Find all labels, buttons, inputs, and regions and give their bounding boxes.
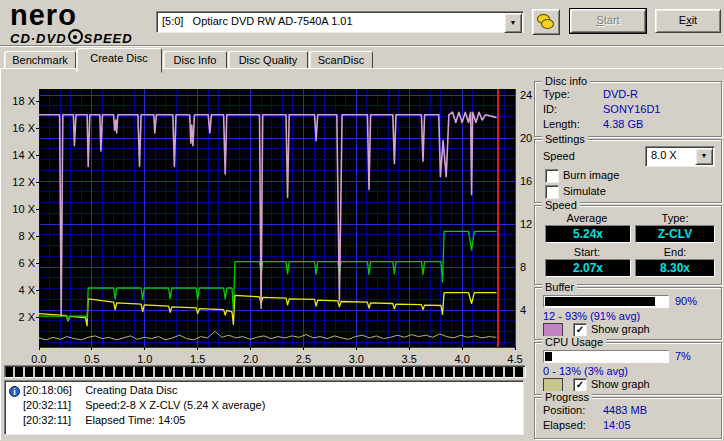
options-button[interactable] [532, 9, 560, 35]
buffer-bar-fill [545, 297, 655, 306]
log-time: [20:32:11] [23, 398, 79, 413]
log-text: Creating Data Disc [85, 384, 177, 396]
average-speed-value: 5.24x [545, 225, 631, 243]
disc-id-value: SONY16D1 [603, 103, 660, 115]
cpu-show-graph-checkbox[interactable]: ✓ [573, 378, 587, 392]
log-time: [20:32:11] [23, 413, 79, 428]
log-time: [20:18:06] [23, 383, 79, 398]
disc-id-label: ID: [543, 103, 557, 115]
speed-setting-label: Speed [543, 150, 575, 162]
speed-chart: 18 X16 X14 X12 X10 X8 X6 X4 X2 X24201612… [1, 71, 535, 367]
start-speed-value: 2.07x [545, 259, 631, 277]
svg-text:24: 24 [520, 89, 532, 101]
progress-group: Progress Position: 4483 MB Elapsed: 14:0… [534, 397, 722, 439]
start-button[interactable]: Start [570, 9, 646, 33]
svg-text:4.5: 4.5 [507, 353, 522, 365]
write-progress-bar [4, 365, 526, 378]
cpu-bar [543, 350, 669, 363]
speed-type-value: Z-CLV [635, 225, 715, 243]
group-title: Settings [542, 133, 588, 145]
svg-text:1.0: 1.0 [137, 353, 152, 365]
app-logo: nero CD·DVDSPEED [10, 2, 152, 46]
log-line: i[20:18:06] Creating Data Disc [9, 383, 523, 398]
svg-text:2 X: 2 X [18, 311, 35, 323]
chevron-down-icon: ▼ [701, 152, 708, 159]
disc-length-label: Length: [543, 118, 580, 130]
app-window: nero CD·DVDSPEED [5:0] Optiarc DVD RW AD… [0, 0, 724, 441]
position-value: 4483 MB [603, 404, 647, 416]
svg-text:0.0: 0.0 [31, 353, 46, 365]
info-icon: i [9, 386, 20, 397]
elapsed-label: Elapsed: [543, 419, 586, 431]
checkmark-icon: ✓ [576, 324, 584, 335]
svg-text:20: 20 [520, 132, 532, 144]
group-title: Progress [542, 391, 592, 403]
exit-button-label: Exit [679, 14, 697, 26]
speed-type-label: Type: [635, 212, 715, 224]
tab-create-disc[interactable]: Create Disc [76, 48, 162, 73]
average-speed-label: Average [545, 212, 629, 224]
position-label: Position: [543, 404, 585, 416]
svg-text:1.5: 1.5 [190, 353, 205, 365]
svg-text:16: 16 [520, 175, 532, 187]
cpu-range: 0 - 13% (3% avg) [543, 365, 628, 377]
svg-text:8: 8 [520, 261, 526, 273]
cpu-percent: 7% [675, 350, 691, 362]
svg-text:2.0: 2.0 [243, 353, 258, 365]
disc-type-value: DVD-R [603, 88, 638, 100]
svg-text:12 X: 12 X [12, 176, 35, 188]
exit-button[interactable]: Exit [655, 9, 721, 33]
log-text: Elapsed Time: 14:05 [85, 414, 185, 426]
svg-text:2.5: 2.5 [296, 353, 311, 365]
create-disc-page: 18 X16 X14 X12 X10 X8 X6 X4 X2 X24201612… [0, 68, 723, 440]
buffer-group: Buffer 90% 12 - 93% (91% avg) ✓ Show gra… [534, 287, 722, 340]
simulate-label: Simulate [563, 185, 606, 197]
speed-select-value: 8.0 X [651, 149, 677, 161]
checkmark-icon: ✓ [576, 379, 584, 390]
svg-text:12: 12 [520, 218, 532, 230]
svg-text:8 X: 8 X [18, 230, 35, 242]
buffer-percent: 90% [675, 295, 697, 307]
log-line: [20:32:11] Speed:2-8 X Z-CLV (5.24 X ave… [9, 398, 523, 413]
burn-image-label: Burn image [563, 169, 619, 181]
svg-text:10 X: 10 X [12, 203, 35, 215]
svg-text:18 X: 18 X [12, 95, 35, 107]
buffer-show-graph-checkbox[interactable]: ✓ [573, 323, 587, 337]
svg-text:16 X: 16 X [12, 122, 35, 134]
toolbar-separator [0, 45, 724, 47]
buffer-bar [543, 295, 669, 308]
simulate-checkbox[interactable] [545, 185, 559, 199]
settings-group: Settings Speed 8.0 X ▼ Burn image Simula… [534, 139, 722, 203]
svg-text:6 X: 6 X [18, 257, 35, 269]
svg-text:3.5: 3.5 [402, 353, 417, 365]
svg-text:4 X: 4 X [18, 284, 35, 296]
speed-select-arrow[interactable]: ▼ [695, 148, 713, 165]
speed-select[interactable]: 8.0 X ▼ [645, 146, 715, 167]
end-speed-label: End: [635, 246, 715, 258]
disc-info-group: Disc info Type: DVD-R ID: SONY16D1 Lengt… [534, 81, 722, 137]
group-title: Speed [542, 199, 580, 211]
log-line: [20:32:11] Elapsed Time: 14:05 [9, 413, 523, 428]
buffer-show-graph-label: Show graph [591, 323, 650, 335]
group-title: Buffer [542, 281, 577, 293]
speed-group: Speed Average Type: 5.24x Z-CLV Start: E… [534, 205, 722, 285]
group-title: CPU Usage [542, 336, 606, 348]
logo-nero-text: nero [10, 2, 152, 28]
log-panel: i[20:18:06] Creating Data Disc [20:32:11… [4, 380, 524, 435]
elapsed-value: 14:05 [603, 419, 631, 431]
svg-text:4.0: 4.0 [454, 353, 469, 365]
burn-image-checkbox[interactable] [545, 169, 559, 183]
drive-select-value: [5:0] Optiarc DVD RW AD-7540A 1.01 [162, 15, 353, 27]
cpu-show-graph-label: Show graph [591, 378, 650, 390]
svg-text:3.0: 3.0 [349, 353, 364, 365]
end-speed-value: 8.30x [635, 259, 715, 277]
buffer-range: 12 - 93% (91% avg) [543, 310, 640, 322]
start-speed-label: Start: [545, 246, 629, 258]
disc-length-value: 4.38 GB [603, 118, 643, 130]
drive-select-arrow[interactable]: ▼ [504, 13, 522, 33]
group-title: Disc info [542, 75, 590, 87]
svg-text:0.5: 0.5 [84, 353, 99, 365]
cpu-bar-fill [545, 352, 552, 361]
log-text: Speed:2-8 X Z-CLV (5.24 X average) [85, 399, 265, 411]
drive-select[interactable]: [5:0] Optiarc DVD RW AD-7540A 1.01 ▼ [156, 11, 524, 33]
